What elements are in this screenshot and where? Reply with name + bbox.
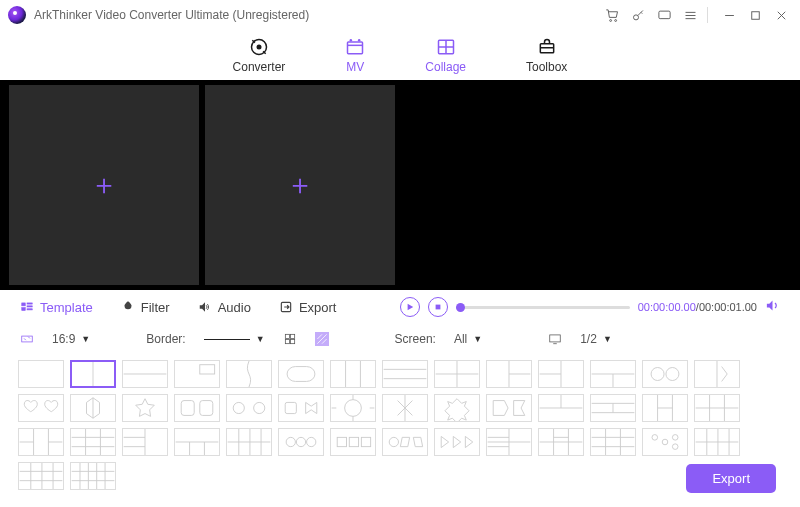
nav-toolbox[interactable]: Toolbox	[526, 36, 567, 74]
cart-icon[interactable]	[601, 4, 623, 26]
tabs-row: Template Filter Audio Export 00:00:00.00…	[0, 290, 800, 324]
seek-slider[interactable]	[456, 306, 630, 309]
template-item[interactable]	[330, 428, 376, 456]
play-button[interactable]	[400, 297, 420, 317]
template-item[interactable]	[486, 360, 532, 388]
template-item[interactable]	[226, 360, 272, 388]
template-item[interactable]	[642, 360, 688, 388]
nav-converter[interactable]: Converter	[233, 36, 286, 74]
ratio-select[interactable]: 16:9▼	[52, 332, 90, 346]
workspace: ＋ ＋	[0, 80, 800, 290]
template-item[interactable]	[70, 360, 116, 388]
template-item[interactable]	[434, 428, 480, 456]
border-style-select[interactable]: ▼	[204, 334, 265, 344]
template-item[interactable]	[538, 394, 584, 422]
template-item[interactable]	[538, 360, 584, 388]
template-item[interactable]	[694, 360, 740, 388]
border-pattern-button[interactable]	[315, 332, 329, 346]
svg-rect-19	[22, 336, 33, 342]
template-item[interactable]	[590, 428, 636, 456]
template-item[interactable]	[382, 360, 428, 388]
nav-mv[interactable]: MV	[345, 36, 365, 74]
svg-point-35	[286, 437, 295, 446]
collage-slot-1[interactable]: ＋	[9, 85, 199, 285]
template-item[interactable]	[694, 428, 740, 456]
svg-rect-16	[27, 309, 32, 310]
template-icon	[20, 300, 34, 314]
tab-template[interactable]: Template	[20, 300, 93, 315]
volume-button[interactable]	[765, 298, 780, 316]
template-item[interactable]	[330, 394, 376, 422]
tab-export[interactable]: Export	[279, 300, 337, 315]
template-item[interactable]	[486, 428, 532, 456]
template-item[interactable]	[278, 394, 324, 422]
template-item[interactable]	[174, 360, 220, 388]
stop-button[interactable]	[428, 297, 448, 317]
template-item[interactable]	[122, 428, 168, 456]
template-item[interactable]	[18, 360, 64, 388]
template-item[interactable]	[694, 394, 740, 422]
svg-point-42	[652, 435, 658, 441]
template-item[interactable]	[590, 394, 636, 422]
template-item[interactable]	[330, 360, 376, 388]
svg-point-6	[256, 45, 261, 50]
template-item[interactable]	[226, 394, 272, 422]
add-icon: ＋	[90, 166, 118, 204]
svg-rect-14	[27, 303, 32, 304]
template-item[interactable]	[122, 394, 168, 422]
template-item[interactable]	[174, 428, 220, 456]
titlebar: ArkThinker Video Converter Ultimate (Unr…	[0, 0, 800, 30]
template-item[interactable]	[226, 428, 272, 456]
template-item[interactable]	[382, 428, 428, 456]
preview-pane-1[interactable]	[405, 85, 595, 285]
close-button[interactable]	[770, 4, 792, 26]
svg-rect-12	[22, 303, 26, 306]
template-item[interactable]	[642, 428, 688, 456]
template-item[interactable]	[174, 394, 220, 422]
template-item[interactable]	[18, 428, 64, 456]
template-item[interactable]	[278, 428, 324, 456]
svg-rect-18	[436, 305, 441, 310]
preview-pane-2[interactable]	[601, 85, 791, 285]
maximize-button[interactable]	[744, 4, 766, 26]
template-item[interactable]	[278, 360, 324, 388]
svg-point-36	[296, 437, 305, 446]
template-item[interactable]	[538, 428, 584, 456]
template-item[interactable]	[434, 360, 480, 388]
screen-select[interactable]: All▼	[454, 332, 482, 346]
template-item[interactable]	[434, 394, 480, 422]
export-button[interactable]: Export	[686, 464, 776, 493]
key-icon[interactable]	[627, 4, 649, 26]
ratio-icon[interactable]	[20, 332, 34, 346]
tab-filter[interactable]: Filter	[121, 300, 170, 315]
template-item[interactable]	[70, 394, 116, 422]
collage-slot-2[interactable]: ＋	[205, 85, 395, 285]
template-item[interactable]	[590, 360, 636, 388]
svg-point-27	[651, 368, 664, 381]
template-item[interactable]	[18, 394, 64, 422]
minimize-button[interactable]	[718, 4, 740, 26]
template-item[interactable]	[642, 394, 688, 422]
menu-icon[interactable]	[679, 4, 701, 26]
border-color-button[interactable]	[283, 332, 297, 346]
template-item[interactable]	[122, 360, 168, 388]
main-nav: Converter MV Collage Toolbox	[0, 30, 800, 80]
page-select[interactable]: 1/2▼	[580, 332, 612, 346]
svg-rect-4	[751, 11, 759, 19]
template-item[interactable]	[18, 462, 64, 490]
svg-point-2	[633, 14, 638, 19]
template-item[interactable]	[70, 428, 116, 456]
tab-audio[interactable]: Audio	[198, 300, 251, 315]
template-item[interactable]	[382, 394, 428, 422]
template-item[interactable]	[486, 394, 532, 422]
time-display: 00:00:00.00/00:00:01.00	[638, 301, 757, 313]
svg-point-8	[350, 39, 353, 42]
svg-point-31	[233, 402, 244, 413]
template-item[interactable]	[70, 462, 116, 490]
nav-collage[interactable]: Collage	[425, 36, 466, 74]
feedback-icon[interactable]	[653, 4, 675, 26]
svg-rect-22	[285, 340, 289, 344]
svg-point-0	[609, 19, 611, 21]
svg-rect-21	[290, 334, 294, 338]
border-label: Border:	[146, 332, 185, 346]
